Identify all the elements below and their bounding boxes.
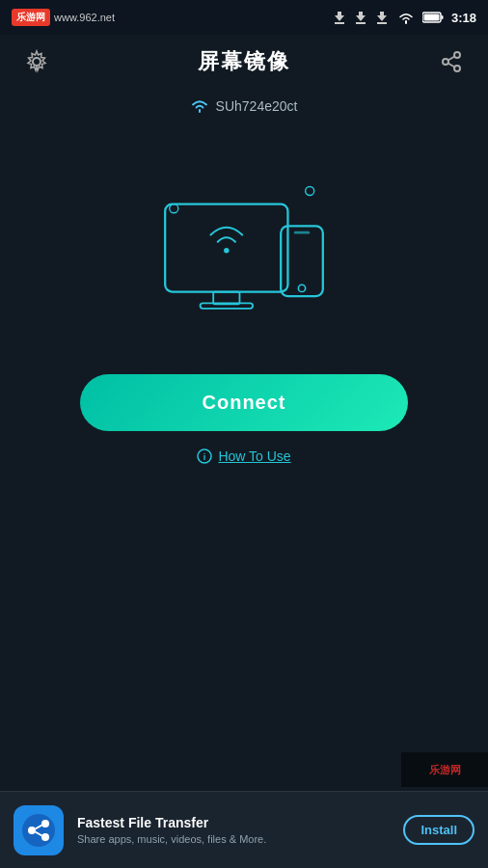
svg-rect-10 xyxy=(441,15,443,19)
info-icon: i xyxy=(197,448,212,464)
illustration-area xyxy=(0,143,488,336)
svg-rect-21 xyxy=(213,292,239,305)
svg-point-19 xyxy=(306,186,314,195)
share-icon xyxy=(440,50,463,73)
share-app-icon xyxy=(22,814,55,847)
svg-rect-8 xyxy=(377,22,387,24)
svg-marker-3 xyxy=(356,15,366,21)
svg-point-30 xyxy=(41,820,49,827)
download-icon-2 xyxy=(353,10,368,25)
ad-banner: Fastest File Transfer Share apps, music,… xyxy=(0,791,488,868)
ad-subtitle: Share apps, music, videos, files & More. xyxy=(77,833,390,845)
watermark-text: 乐游网 xyxy=(429,763,461,777)
svg-line-16 xyxy=(448,64,455,68)
svg-rect-1 xyxy=(338,12,341,15)
status-bar: 乐游网 www.962.net xyxy=(0,0,488,35)
svg-point-13 xyxy=(454,52,460,58)
svg-text:i: i xyxy=(203,452,206,462)
status-left: 乐游网 www.962.net xyxy=(12,9,115,26)
svg-line-17 xyxy=(448,57,455,61)
svg-point-26 xyxy=(298,285,305,291)
status-time: 3:18 xyxy=(451,11,476,25)
ad-title: Fastest File Transfer xyxy=(77,815,390,830)
svg-point-31 xyxy=(28,827,36,834)
svg-point-15 xyxy=(454,66,460,71)
svg-point-23 xyxy=(224,248,229,253)
svg-rect-2 xyxy=(335,22,344,24)
share-button[interactable] xyxy=(434,44,469,79)
download-icon-1 xyxy=(332,10,347,25)
gear-icon xyxy=(24,49,49,74)
svg-point-18 xyxy=(170,204,178,213)
svg-rect-22 xyxy=(201,303,254,308)
wifi-status-icon xyxy=(397,11,415,24)
network-ssid: SUh724e20ct xyxy=(216,98,298,114)
settings-button[interactable] xyxy=(19,44,54,79)
how-to-use-link[interactable]: How To Use xyxy=(218,448,290,464)
watermark: 乐游网 xyxy=(401,752,488,787)
svg-point-29 xyxy=(22,814,55,847)
app-title: 屏幕镜像 xyxy=(198,47,290,76)
download-icon-3 xyxy=(374,10,390,25)
screen-mirror-illustration xyxy=(148,152,340,326)
status-right: 3:18 xyxy=(332,10,476,25)
status-site: www.962.net xyxy=(54,12,115,23)
app-logo: 乐游网 xyxy=(12,9,50,26)
network-row: SUh724e20ct xyxy=(0,98,488,114)
battery-icon xyxy=(422,12,444,23)
top-bar: 屏幕镜像 xyxy=(0,35,488,89)
svg-point-14 xyxy=(443,59,448,65)
svg-rect-4 xyxy=(359,12,363,15)
ad-app-icon xyxy=(14,805,64,855)
svg-rect-5 xyxy=(356,22,366,24)
svg-rect-7 xyxy=(380,12,384,15)
wifi-network-icon xyxy=(191,99,208,113)
ad-install-button[interactable]: Install xyxy=(403,815,474,845)
status-icons xyxy=(332,10,390,25)
ad-text-block: Fastest File Transfer Share apps, music,… xyxy=(77,815,390,845)
connect-button[interactable]: Connect xyxy=(80,374,408,431)
svg-rect-25 xyxy=(294,231,310,234)
how-to-use-row: i How To Use xyxy=(0,448,488,464)
svg-marker-0 xyxy=(335,15,344,21)
svg-marker-6 xyxy=(377,15,387,21)
svg-point-32 xyxy=(41,833,49,841)
svg-rect-11 xyxy=(423,14,439,21)
